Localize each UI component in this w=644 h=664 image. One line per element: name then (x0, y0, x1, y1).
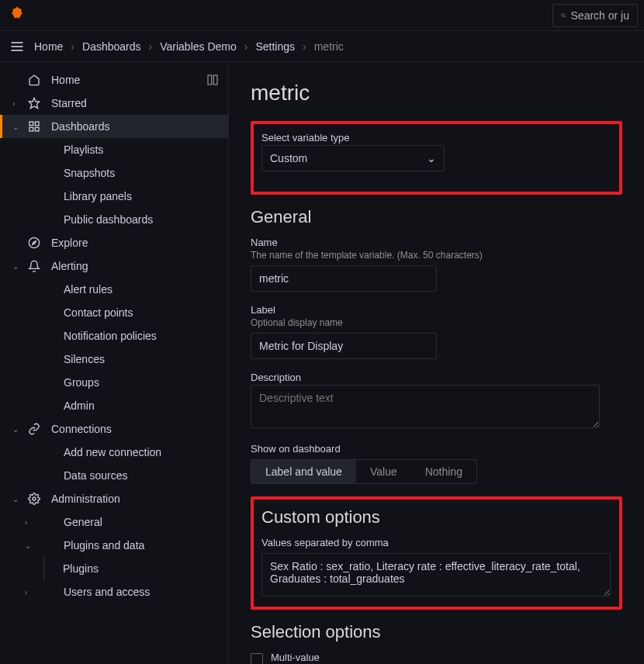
chevron-down-icon: ⌄ (25, 541, 36, 550)
breadcrumb-current: metric (314, 40, 344, 53)
chevron-right-icon: › (12, 99, 23, 108)
sidebar-item-alert-rules[interactable]: Alert rules (0, 278, 228, 301)
svg-rect-8 (29, 122, 33, 126)
sidebar-item-contact-points[interactable]: Contact points (0, 301, 228, 324)
breadcrumb-home[interactable]: Home (34, 40, 63, 53)
section-selection: Selection options (251, 622, 622, 642)
multi-value-row: Multi-value Enables multiple values to b… (251, 652, 622, 664)
sidebar-item-public-dashboards[interactable]: Public dashboards (0, 208, 228, 231)
multi-value-label: Multi-value (271, 652, 500, 663)
show-option-value[interactable]: Value (356, 460, 411, 483)
sidebar-item-dashboards[interactable]: ⌄ Dashboards (0, 115, 228, 138)
sidebar-item-playlists[interactable]: Playlists (0, 138, 228, 161)
svg-line-1 (564, 16, 566, 17)
svg-point-0 (562, 13, 565, 16)
name-label: Name (251, 237, 622, 248)
chevron-right-icon: › (71, 40, 74, 53)
breadcrumb: Home › Dashboards › Variables Demo › Set… (34, 40, 344, 53)
sidebar-item-snapshots[interactable]: Snapshots (0, 161, 228, 185)
name-input[interactable] (251, 265, 437, 292)
grid-icon (26, 120, 42, 133)
topbar: Search or ju (0, 0, 644, 31)
sidebar: Home › Starred ⌄ Dashboards Playlists Sn… (0, 62, 229, 664)
grafana-logo[interactable] (6, 5, 28, 26)
home-icon (26, 74, 42, 86)
custom-values-input[interactable] (261, 553, 611, 597)
chevron-down-icon: ⌄ (427, 152, 436, 164)
description-label: Description (251, 372, 622, 383)
section-general: General (251, 207, 622, 227)
breadcrumb-dashboards[interactable]: Dashboards (82, 40, 141, 53)
global-search[interactable]: Search or ju (552, 4, 638, 27)
chevron-right-icon: › (303, 40, 306, 53)
label-help: Optional display name (251, 317, 622, 328)
chevron-down-icon: ⌄ (12, 425, 23, 434)
svg-rect-10 (29, 127, 33, 131)
menu-toggle-icon[interactable] (9, 39, 25, 54)
breadcrumb-variables-demo[interactable]: Variables Demo (160, 40, 237, 53)
breadcrumb-settings[interactable]: Settings (255, 40, 295, 53)
chevron-right-icon: › (149, 40, 153, 53)
sidebar-item-general[interactable]: ›General (0, 510, 228, 534)
svg-marker-13 (32, 240, 36, 244)
sidebar-item-connections[interactable]: ⌄ Connections (0, 417, 228, 441)
sidebar-item-add-connection[interactable]: Add new connection (0, 441, 228, 464)
show-label: Show on dashboard (251, 443, 622, 455)
panels-icon[interactable] (206, 74, 219, 86)
link-icon (26, 423, 42, 435)
svg-rect-5 (208, 75, 212, 85)
show-option-label-value[interactable]: Label and value (251, 460, 356, 483)
sidebar-item-explore[interactable]: Explore (0, 231, 228, 254)
svg-rect-11 (35, 127, 39, 131)
gear-icon (26, 493, 42, 505)
sidebar-item-admin[interactable]: Admin (0, 394, 228, 417)
svg-marker-7 (29, 98, 39, 108)
description-input[interactable] (251, 385, 600, 428)
multi-value-checkbox[interactable] (251, 653, 263, 664)
bell-icon (26, 260, 42, 272)
sidebar-item-groups[interactable]: Groups (0, 371, 228, 394)
star-icon (26, 97, 42, 109)
sidebar-item-data-sources[interactable]: Data sources (0, 464, 228, 487)
sidebar-item-plugins[interactable]: Plugins (43, 557, 228, 580)
svg-rect-6 (213, 75, 217, 85)
main-content: metric Select variable type Custom ⌄ Gen… (229, 62, 644, 664)
chevron-right-icon: › (25, 518, 36, 527)
page-title: metric (251, 81, 622, 105)
sidebar-item-notification-policies[interactable]: Notification policies (0, 324, 228, 348)
chevron-down-icon: ⌄ (12, 123, 23, 131)
custom-values-label: Values separated by comma (261, 537, 611, 548)
chevron-right-icon: › (25, 588, 36, 597)
sidebar-item-silences[interactable]: Silences (0, 348, 228, 371)
search-placeholder: Search or ju (571, 9, 629, 22)
breadcrumb-bar: Home › Dashboards › Variables Demo › Set… (0, 31, 644, 62)
label-input[interactable] (251, 333, 437, 359)
section-custom: Custom options (261, 507, 611, 527)
sidebar-item-alerting[interactable]: ⌄ Alerting (0, 254, 228, 278)
highlight-box-type: Select variable type Custom ⌄ (251, 121, 622, 195)
show-radio-group: Label and value Value Nothing (251, 459, 477, 484)
chevron-right-icon: › (244, 40, 248, 53)
chevron-down-icon: ⌄ (12, 262, 23, 271)
show-option-nothing[interactable]: Nothing (411, 460, 476, 483)
sidebar-item-plugins-data[interactable]: ⌄Plugins and data (0, 534, 228, 557)
sidebar-item-users-access[interactable]: ›Users and access (0, 580, 228, 603)
svg-point-12 (29, 237, 39, 247)
highlight-box-custom: Custom options Values separated by comma (251, 496, 622, 610)
compass-icon (26, 237, 42, 249)
sidebar-item-administration[interactable]: ⌄ Administration (0, 487, 228, 510)
var-type-label: Select variable type (261, 132, 611, 144)
label-label: Label (251, 304, 622, 316)
sidebar-item-library-panels[interactable]: Library panels (0, 185, 228, 208)
chevron-down-icon: ⌄ (12, 495, 23, 503)
sidebar-item-home[interactable]: Home (0, 68, 228, 92)
svg-rect-9 (35, 122, 39, 126)
sidebar-item-starred[interactable]: › Starred (0, 92, 228, 115)
var-type-select[interactable]: Custom ⌄ (261, 145, 445, 171)
svg-point-14 (33, 497, 36, 500)
search-icon (561, 10, 566, 21)
name-help: The name of the template variable. (Max.… (251, 250, 622, 261)
